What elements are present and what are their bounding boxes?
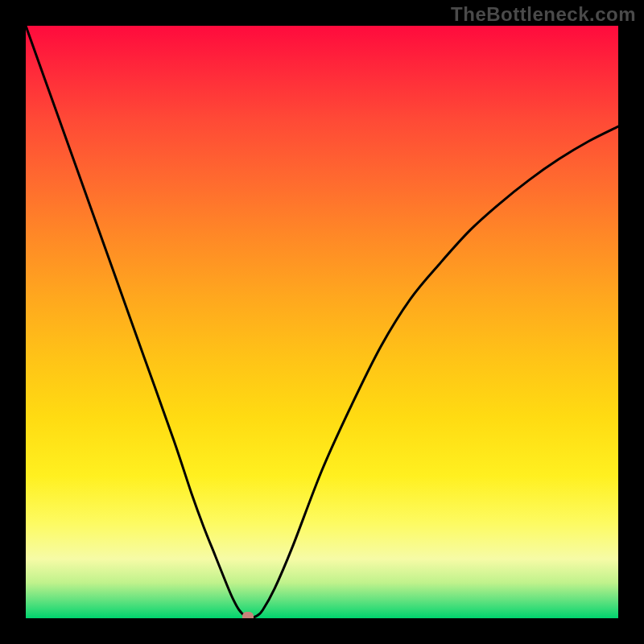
- optimal-point-marker: [242, 612, 254, 618]
- watermark-text: TheBottleneck.com: [451, 3, 636, 26]
- bottleneck-curve: [26, 26, 618, 618]
- chart-frame: TheBottleneck.com: [0, 0, 644, 644]
- plot-area: [26, 26, 618, 618]
